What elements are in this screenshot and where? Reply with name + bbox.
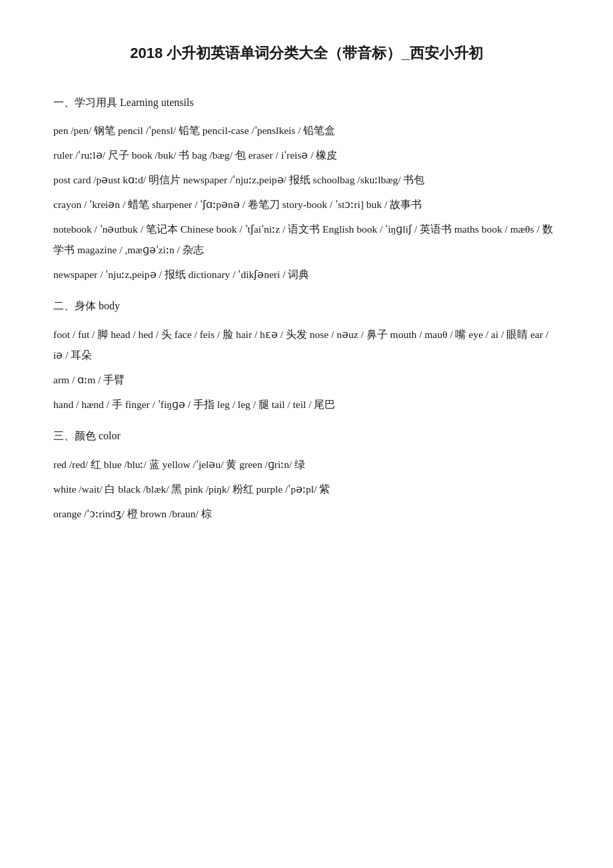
section-learning-utensils: 一、学习用具 Learning utensils pen /pen/ 钢笔 pe… [53, 93, 560, 285]
section3-para-1: white /wait/ 白 black /blæk/ 黑 pink /piŋk… [53, 479, 560, 499]
section3-para-0: red /red/ 红 blue /bluː/ 蓝 yellow /ˈjeləu… [53, 454, 560, 475]
section1-para-5: newspaper / ˈnjuːz,peipə / 报纸 dictionary… [53, 264, 560, 285]
section-color: 三、颜色 color red /red/ 红 blue /bluː/ 蓝 yel… [53, 427, 560, 524]
section1-para-3: crayon / ˈkreiən / 蜡笔 sharpener / ˈʃɑːpə… [53, 194, 560, 215]
section2-heading: 二、身体 body [53, 297, 560, 316]
section1-para-2: post card /pəust kɑːd/ 明信片 newspaper /ˈn… [53, 169, 560, 190]
section1-para-1: ruler /ˈruːlə/ 尺子 book /buk/ 书 bag /bæg/… [53, 145, 560, 165]
section-body: 二、身体 body foot / fut / 脚 head / hed / 头 … [53, 297, 560, 415]
section1-heading: 一、学习用具 Learning utensils [53, 93, 560, 113]
page-title: 2018 小升初英语单词分类大全（带音标）_西安小升初 [53, 40, 560, 67]
section3-para-2: orange /ˈɔːrindʒ/ 橙 brown /braun/ 棕 [53, 503, 560, 524]
section2-para-1: arm / ɑːm / 手臂 [53, 369, 560, 390]
section1-para-0: pen /pen/ 钢笔 pencil /ˈpensl/ 铅笔 pencil-c… [53, 120, 560, 141]
section3-heading: 三、颜色 color [53, 427, 560, 446]
section2-para-2: hand / hænd / 手 finger / ˈfiŋɡə / 手指 leg… [53, 394, 560, 415]
section1-para-4: notebook / ˈnəutbuk / 笔记本 Chinese book /… [53, 219, 560, 260]
section2-para-0: foot / fut / 脚 head / hed / 头 face / fei… [53, 324, 560, 365]
